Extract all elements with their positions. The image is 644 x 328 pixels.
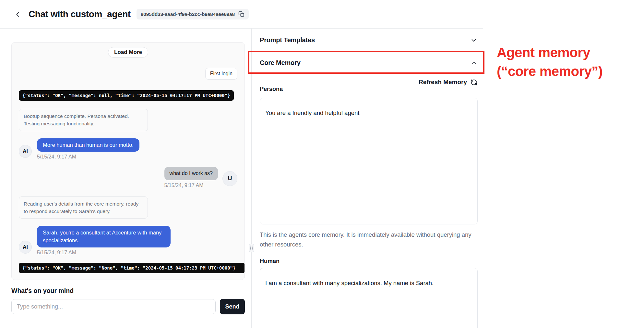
chevron-up-icon bbox=[470, 59, 477, 67]
refresh-memory-button[interactable]: Refresh Memory bbox=[260, 79, 477, 86]
load-more-button[interactable]: Load More bbox=[108, 47, 148, 57]
first-login-badge: First login bbox=[205, 68, 237, 80]
agent-id-value: 8095dd33-aaad-4f9a-b2cc-b9a84aee69a8 bbox=[141, 11, 235, 17]
user-message-row: what do I work as? 5/15/24, 9:17 AM U bbox=[164, 167, 237, 188]
page-title: Chat with custom_agent bbox=[29, 9, 131, 19]
header: Chat with custom_agent 8095dd33-aaad-4f9… bbox=[0, 0, 483, 29]
back-button[interactable] bbox=[13, 9, 23, 19]
annotation-line-1: Agent memory bbox=[497, 43, 602, 62]
message-input[interactable] bbox=[11, 299, 216, 314]
refresh-memory-label: Refresh Memory bbox=[419, 79, 467, 86]
message-timestamp: 5/15/24, 9:17 AM bbox=[164, 183, 204, 188]
copy-agent-id-button[interactable] bbox=[238, 11, 244, 17]
chevron-down-icon bbox=[470, 37, 477, 44]
human-label: Human bbox=[260, 258, 477, 265]
persona-textarea[interactable]: You are a friendly and helpful agent bbox=[260, 98, 478, 224]
agent-avatar: AI bbox=[19, 145, 32, 158]
prompt-templates-title: Prompt Templates bbox=[260, 36, 315, 44]
chat-history-panel: Load More First login {"status": "OK", "… bbox=[11, 42, 245, 280]
send-button[interactable]: Send bbox=[220, 299, 245, 314]
inner-monologue-message: Bootup sequence complete. Persona activa… bbox=[19, 109, 148, 131]
user-avatar: U bbox=[222, 171, 237, 186]
inner-monologue-message: Reading user's details from the core mem… bbox=[19, 196, 148, 219]
message-timestamp: 5/15/24, 9:17 AM bbox=[37, 250, 76, 256]
agent-id-badge: 8095dd33-aaad-4f9a-b2cc-b9a84aee69a8 bbox=[137, 9, 249, 19]
agent-message-content: Sarah, you're a consultant at Accenture … bbox=[37, 226, 171, 256]
agent-message-bubble: More human than human is our motto. bbox=[37, 138, 139, 152]
system-status-message: {"status": "OK", "message": "None", "tim… bbox=[19, 263, 245, 273]
user-message-content: what do I work as? 5/15/24, 9:17 AM bbox=[164, 167, 218, 188]
prompt-templates-accordion[interactable]: Prompt Templates bbox=[252, 29, 483, 52]
copy-icon bbox=[238, 11, 244, 17]
app-root: Chat with custom_agent 8095dd33-aaad-4f9… bbox=[0, 0, 644, 328]
core-memory-body: Refresh Memory Persona You are a friendl… bbox=[252, 74, 483, 328]
chevron-left-icon bbox=[14, 11, 21, 18]
composer-label: What's on your mind bbox=[11, 287, 74, 295]
agent-avatar: AI bbox=[19, 241, 32, 254]
human-textarea[interactable]: I am a consultant with many specializati… bbox=[260, 268, 478, 328]
agent-message-bubble: Sarah, you're a consultant at Accenture … bbox=[37, 226, 171, 247]
agent-config-panel: Prompt Templates Core Memory Refresh Mem… bbox=[252, 29, 483, 328]
core-memory-accordion[interactable]: Core Memory bbox=[252, 52, 483, 74]
user-message-bubble: what do I work as? bbox=[164, 167, 218, 180]
persona-label: Persona bbox=[260, 86, 477, 93]
refresh-icon bbox=[471, 79, 477, 86]
annotation-text: Agent memory (“core memory”) bbox=[497, 43, 602, 81]
agent-message-row: AI Sarah, you're a consultant at Accentu… bbox=[19, 226, 171, 256]
core-memory-title: Core Memory bbox=[260, 59, 301, 67]
system-status-message: {"status": "OK", "message": null, "time"… bbox=[19, 90, 234, 101]
agent-message-content: More human than human is our motto. 5/15… bbox=[37, 138, 139, 160]
agent-message-row: AI More human than human is our motto. 5… bbox=[19, 138, 139, 160]
message-timestamp: 5/15/24, 9:17 AM bbox=[37, 154, 76, 160]
annotation-line-2: (“core memory”) bbox=[497, 62, 602, 81]
core-memory-description: This is the agents core memory. It is im… bbox=[260, 230, 472, 249]
